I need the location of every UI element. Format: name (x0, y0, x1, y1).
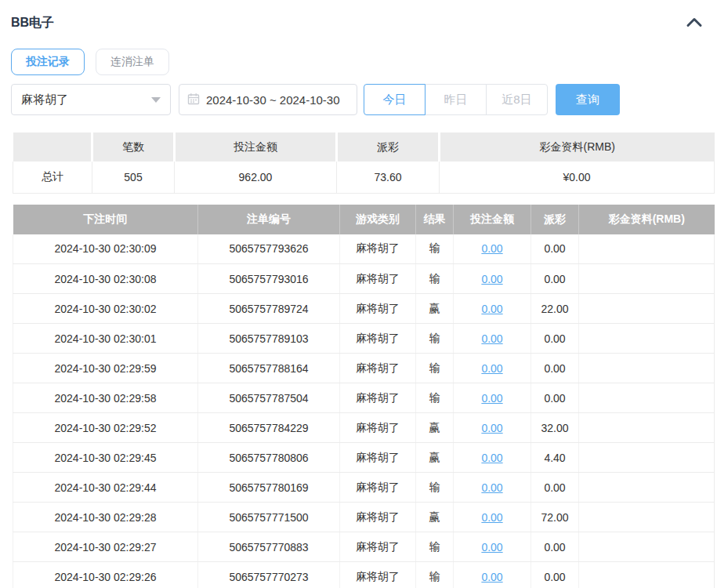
col-header-result: 结果 (416, 205, 454, 234)
cell-payout: 0.00 (531, 264, 579, 294)
summary-header-bonus: 彩金资料(RMB) (440, 132, 715, 162)
cell-bonus (579, 264, 715, 294)
bet-amount-link[interactable]: 0.00 (481, 242, 502, 255)
cell-result: 输 (416, 264, 454, 294)
cell-payout: 0.00 (531, 234, 579, 264)
cell-result: 赢 (416, 294, 454, 324)
summary-total-label: 总计 (13, 162, 92, 193)
bet-table-header-row: 下注时间 注单编号 游戏类别 结果 投注金额 派彩 彩金资料(RMB) (13, 205, 715, 234)
summary-total-bonus: ¥0.00 (440, 162, 715, 193)
cell-payout: 0.00 (531, 383, 579, 413)
table-row: 2024-10-30 02:29:44 5065757780169 麻将胡了 输… (13, 473, 715, 503)
cell-payout: 0.00 (531, 532, 579, 562)
bet-amount-link[interactable]: 0.00 (481, 362, 502, 375)
quick-range-last-8-days[interactable]: 近8日 (486, 84, 548, 115)
bet-amount-link[interactable]: 0.00 (481, 541, 502, 554)
cell-bonus (579, 503, 715, 532)
cell-bet-amount: 0.00 (454, 562, 531, 588)
cell-bet-time: 2024-10-30 02:30:09 (13, 234, 198, 264)
cell-bet-time: 2024-10-30 02:29:44 (13, 473, 198, 503)
cell-bonus (579, 294, 715, 324)
bet-amount-link[interactable]: 0.00 (481, 481, 502, 494)
cell-game-type: 麻将胡了 (340, 234, 416, 264)
cell-bonus (579, 324, 715, 354)
cell-bet-time: 2024-10-30 02:30:02 (13, 294, 198, 324)
cell-game-type: 麻将胡了 (340, 324, 416, 354)
cell-order-no: 5065757770883 (198, 532, 340, 562)
cell-bet-amount: 0.00 (454, 383, 531, 413)
cell-bet-time: 2024-10-30 02:29:26 (13, 562, 198, 588)
table-row: 2024-10-30 02:29:27 5065757770883 麻将胡了 输… (13, 532, 715, 562)
cell-payout: 72.00 (531, 503, 579, 532)
col-header-bet-amount: 投注金额 (454, 205, 531, 234)
cell-order-no: 5065757788164 (198, 354, 340, 383)
cell-result: 输 (416, 354, 454, 383)
col-header-game-type: 游戏类别 (340, 205, 416, 234)
quick-range-yesterday[interactable]: 昨日 (425, 84, 487, 115)
cell-bet-amount: 0.00 (454, 443, 531, 473)
panel-header: BB电子 (11, 13, 711, 33)
bet-records-table: 下注时间 注单编号 游戏类别 结果 投注金额 派彩 彩金资料(RMB) 2024… (13, 205, 715, 588)
summary-total-row: 总计 505 962.00 73.60 ¥0.00 (13, 162, 715, 193)
cell-game-type: 麻将胡了 (340, 354, 416, 383)
quick-range-today[interactable]: 今日 (364, 84, 425, 115)
chevron-up-icon (686, 16, 703, 30)
search-button[interactable]: 查询 (556, 84, 620, 115)
cell-order-no: 5065757770273 (198, 562, 340, 588)
cell-bet-amount: 0.00 (454, 264, 531, 294)
col-header-bonus: 彩金资料(RMB) (579, 205, 715, 234)
tab-cancelled-orders[interactable]: 连消注单 (96, 49, 169, 75)
cell-payout: 0.00 (531, 562, 579, 588)
cell-bet-time: 2024-10-30 02:29:27 (13, 532, 198, 562)
summary-total-bet-amount: 962.00 (175, 162, 337, 193)
cell-order-no: 5065757771500 (198, 503, 340, 532)
cell-payout: 32.00 (531, 413, 579, 443)
summary-header-row: 笔数 投注金额 派彩 彩金资料(RMB) (13, 132, 715, 162)
bet-records-panel: BB电子 投注记录 连消注单 麻将胡了 (0, 0, 714, 588)
cell-bonus (579, 532, 715, 562)
summary-total-payout: 73.60 (337, 162, 440, 193)
cell-game-type: 麻将胡了 (340, 443, 416, 473)
summary-header-bet-amount: 投注金额 (175, 132, 337, 162)
bet-amount-link[interactable]: 0.00 (481, 452, 502, 464)
tab-bet-records[interactable]: 投注记录 (11, 49, 85, 75)
summary-header-empty (13, 132, 92, 162)
cell-game-type: 麻将胡了 (340, 503, 416, 532)
panel-title: BB电子 (11, 15, 54, 31)
cell-order-no: 5065757780169 (198, 473, 340, 503)
cell-order-no: 5065757789103 (198, 324, 340, 354)
cell-payout: 22.00 (531, 294, 579, 324)
cell-game-type: 麻将胡了 (340, 264, 416, 294)
cell-result: 输 (416, 234, 454, 264)
bet-amount-link[interactable]: 0.00 (481, 511, 502, 524)
table-row: 2024-10-30 02:29:26 5065757770273 麻将胡了 输… (13, 562, 715, 588)
cell-bonus (579, 473, 715, 503)
date-range-value: 2024-10-30 ~ 2024-10-30 (206, 93, 340, 107)
cell-bonus (579, 234, 715, 264)
filter-bar: 麻将胡了 2024-10-30 ~ 2024-10-30 (11, 84, 711, 115)
table-row: 2024-10-30 02:29:45 5065757780806 麻将胡了 赢… (13, 443, 715, 473)
bet-amount-link[interactable]: 0.00 (481, 392, 502, 405)
bet-amount-link[interactable]: 0.00 (481, 571, 502, 583)
bet-amount-link[interactable]: 0.00 (481, 422, 502, 434)
collapse-button[interactable] (686, 16, 703, 30)
cell-bet-amount: 0.00 (454, 473, 531, 503)
col-header-order-no: 注单编号 (198, 205, 340, 234)
bet-amount-link[interactable]: 0.00 (481, 273, 502, 285)
cell-bet-time: 2024-10-30 02:30:01 (13, 324, 198, 354)
cell-payout: 0.00 (531, 473, 579, 503)
game-select[interactable]: 麻将胡了 (11, 84, 171, 115)
date-range-picker[interactable]: 2024-10-30 ~ 2024-10-30 (179, 84, 357, 115)
cell-bonus (579, 413, 715, 443)
record-type-tabs: 投注记录 连消注单 (11, 49, 711, 75)
cell-bet-time: 2024-10-30 02:29:45 (13, 443, 198, 473)
cell-bonus (579, 443, 715, 473)
bet-amount-link[interactable]: 0.00 (481, 332, 502, 345)
bet-amount-link[interactable]: 0.00 (481, 303, 502, 315)
table-row: 2024-10-30 02:29:28 5065757771500 麻将胡了 赢… (13, 503, 715, 532)
cell-game-type: 麻将胡了 (340, 294, 416, 324)
bet-table-body: 2024-10-30 02:30:09 5065757793626 麻将胡了 输… (13, 234, 715, 588)
cell-order-no: 5065757793626 (198, 234, 340, 264)
cell-result: 输 (416, 324, 454, 354)
table-row: 2024-10-30 02:29:52 5065757784229 麻将胡了 赢… (13, 413, 715, 443)
